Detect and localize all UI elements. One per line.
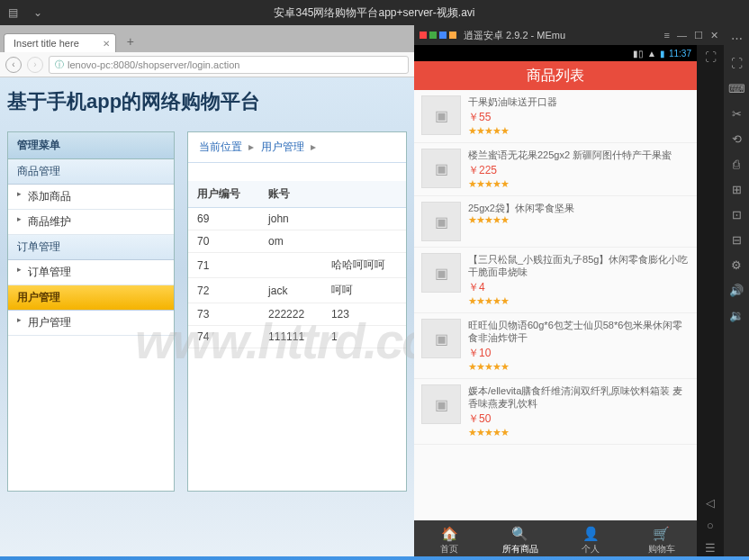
- tool-keyboard-icon[interactable]: ⌨: [728, 79, 745, 97]
- close-button[interactable]: ✕: [710, 30, 718, 41]
- column-header: 账号: [259, 181, 322, 208]
- menu-group: 商品管理: [8, 159, 174, 185]
- emulator-logo-icon: [420, 32, 437, 39]
- tool-location-icon[interactable]: ⊞: [732, 180, 742, 198]
- page-content: 基于手机app的网络购物平台 管理菜单 商品管理添加商品商品维护订单管理订单管理…: [0, 77, 414, 560]
- product-name: 25gx2袋】休闲零食坚果: [468, 202, 690, 214]
- tool-rotate-icon[interactable]: ⟲: [732, 130, 742, 148]
- maximize-button[interactable]: ☐: [694, 30, 703, 41]
- tool-fullscreen-icon[interactable]: ⛶: [731, 54, 743, 72]
- product-thumb: ▣: [421, 95, 461, 135]
- nav-label: 所有商品: [502, 543, 538, 555]
- close-icon[interactable]: ✕: [103, 39, 110, 49]
- table-row[interactable]: 741111111: [188, 326, 406, 348]
- nav-item[interactable]: 🏠首页: [414, 520, 485, 560]
- product-name: 干果奶油味送开口器: [468, 95, 690, 108]
- table-row[interactable]: 71哈哈呵呵呵: [188, 253, 406, 278]
- emulator-menu-icon[interactable]: ≡: [664, 30, 670, 41]
- product-item[interactable]: ▣25gx2袋】休闲零食坚果★★★★★: [414, 196, 697, 248]
- breadcrumb-link[interactable]: 用户管理: [261, 140, 304, 153]
- menu-group: 订单管理: [8, 235, 174, 260]
- product-thumb: ▣: [421, 202, 461, 241]
- tool-apk-icon[interactable]: ⎙: [733, 155, 740, 173]
- browser-tab[interactable]: Insert title here ✕: [4, 33, 116, 52]
- page-title: 基于手机app的网络购物平台: [7, 88, 407, 115]
- product-name: 楼兰蜜语无花果225gx2 新疆阿图什特产干果蜜: [468, 149, 690, 161]
- nav-icon: 🛒: [653, 526, 670, 542]
- forward-button[interactable]: ›: [27, 57, 43, 73]
- menu-icon[interactable]: ▤: [0, 0, 25, 25]
- tool-more-icon[interactable]: ⋯: [731, 29, 743, 47]
- table-row[interactable]: 73222222123: [188, 303, 406, 326]
- product-item[interactable]: ▣干果奶油味送开口器￥55★★★★★: [414, 90, 697, 143]
- nav-icon: 🏠: [441, 526, 458, 542]
- menu-item[interactable]: 商品维护: [8, 210, 174, 235]
- emulator-logo-icon: [439, 32, 456, 39]
- android-softkeys: ⛶ ◁ ○ ☰: [697, 45, 724, 560]
- product-thumb: ▣: [421, 319, 461, 358]
- product-name: 旺旺仙贝物语60g*6包芝士仙贝58*6包米果休闲零食非油炸饼干: [468, 319, 690, 344]
- product-thumb: ▣: [421, 384, 461, 424]
- menu-item-active[interactable]: 用户管理: [8, 285, 174, 311]
- signal-icon: ▮▯: [633, 49, 644, 59]
- breadcrumb-current[interactable]: 当前位置: [199, 140, 242, 153]
- app-bottom-nav: 🏠首页🔍所有商品👤个人🛒购物车: [414, 520, 697, 560]
- home-key[interactable]: ○: [707, 519, 714, 532]
- phone-screen: ▮▯ ▲ ▮ 11:37 商品列表 ▣干果奶油味送开口器￥55★★★★★▣楼兰蜜…: [414, 45, 697, 560]
- main-panel: 当前位置 ▸ 用户管理 ▸ 用户编号账号 69john70om71哈哈呵呵呵72…: [187, 131, 407, 492]
- nav-icon: 👤: [582, 526, 600, 542]
- new-tab-button[interactable]: +: [120, 34, 141, 52]
- battery-icon: ▮: [660, 49, 665, 59]
- android-emulator: 逍遥安卓 2.9.2 - MEmu ≡ — ☐ ✕ ▮▯ ▲ ▮ 11:37 商…: [414, 25, 724, 560]
- browser-pane: Insert title here ✕ + ‹ › ⓘ lenovo-pc:80…: [0, 25, 414, 560]
- product-price: ￥4: [468, 280, 690, 295]
- table-row[interactable]: 72jack呵呵: [188, 278, 406, 303]
- emulator-titlebar: 逍遥安卓 2.9.2 - MEmu ≡ — ☐ ✕: [414, 25, 724, 45]
- table-row[interactable]: 69john: [188, 208, 406, 230]
- expand-icon[interactable]: ⛶: [705, 50, 717, 64]
- windows-taskbar[interactable]: [0, 556, 749, 560]
- nav-item[interactable]: 👤个人: [555, 520, 627, 560]
- menu-item[interactable]: 添加商品: [8, 185, 174, 210]
- wifi-icon: ▲: [647, 49, 656, 59]
- product-item[interactable]: ▣【三只松鼠_小贱拉面丸子85g】休闲零食膨化小吃干脆面串烧味￥4★★★★★: [414, 248, 697, 313]
- product-item[interactable]: ▣媛本/ellevita膳食纤维清润双纤乳原味饮料箱装 麦香味燕麦乳饮料￥50★…: [414, 379, 697, 445]
- nav-item[interactable]: 🛒购物车: [627, 520, 698, 560]
- back-button[interactable]: ‹: [5, 57, 22, 73]
- product-thumb: ▣: [421, 149, 461, 188]
- product-price: ￥55: [468, 110, 690, 125]
- emulator-title: 逍遥安卓 2.9.2 - MEmu: [464, 29, 657, 42]
- app-header: 商品列表: [414, 61, 697, 90]
- product-item[interactable]: ▣旺旺仙贝物语60g*6包芝士仙贝58*6包米果休闲零食非油炸饼干￥10★★★★…: [414, 313, 697, 379]
- star-rating: ★★★★★: [468, 214, 690, 226]
- tool-scissors-icon[interactable]: ✂: [732, 104, 742, 122]
- tool-shake-icon[interactable]: ⊡: [732, 205, 742, 223]
- column-header: [322, 181, 406, 208]
- tool-folder-icon[interactable]: ⊟: [732, 230, 742, 248]
- recent-key[interactable]: ☰: [705, 541, 716, 555]
- url-text: lenovo-pc:8080/shopserver/login.action: [68, 59, 239, 70]
- url-input[interactable]: ⓘ lenovo-pc:8080/shopserver/login.action: [49, 56, 409, 74]
- sidebar-menu: 管理菜单 商品管理添加商品商品维护订单管理订单管理用户管理用户管理: [7, 131, 175, 492]
- tool-gear-icon[interactable]: ⚙: [731, 256, 742, 274]
- menu-item[interactable]: 订单管理: [8, 260, 174, 285]
- product-price: ￥225: [468, 163, 690, 178]
- dropdown-icon[interactable]: ⌄: [25, 0, 50, 25]
- product-item[interactable]: ▣楼兰蜜语无花果225gx2 新疆阿图什特产干果蜜￥225★★★★★: [414, 143, 697, 196]
- breadcrumb: 当前位置 ▸ 用户管理 ▸: [188, 132, 406, 163]
- table-row[interactable]: 70om: [188, 230, 406, 253]
- nav-item[interactable]: 🔍所有商品: [485, 520, 556, 560]
- tool-volup-icon[interactable]: 🔊: [729, 281, 744, 299]
- address-bar: ‹ › ⓘ lenovo-pc:8080/shopserver/login.ac…: [0, 52, 414, 77]
- product-name: 媛本/ellevita膳食纤维清润双纤乳原味饮料箱装 麦香味燕麦乳饮料: [468, 384, 690, 410]
- tool-voldown-icon[interactable]: 🔉: [729, 306, 744, 324]
- star-rating: ★★★★★: [468, 427, 690, 438]
- minimize-button[interactable]: —: [677, 30, 687, 41]
- nav-label: 购物车: [648, 543, 675, 555]
- back-key[interactable]: ◁: [706, 496, 715, 510]
- android-statusbar: ▮▯ ▲ ▮ 11:37: [414, 45, 697, 61]
- product-list[interactable]: ▣干果奶油味送开口器￥55★★★★★▣楼兰蜜语无花果225gx2 新疆阿图什特产…: [414, 90, 697, 520]
- star-rating: ★★★★★: [468, 178, 690, 190]
- clock: 11:37: [669, 49, 691, 59]
- menu-item[interactable]: 用户管理: [8, 311, 174, 336]
